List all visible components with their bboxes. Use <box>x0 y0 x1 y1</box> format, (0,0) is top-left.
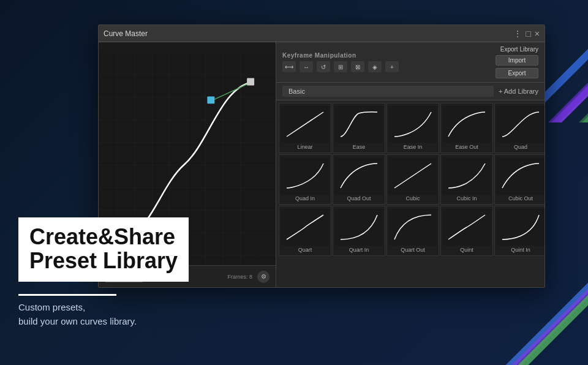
svg-rect-14 <box>281 157 330 194</box>
svg-rect-23 <box>496 209 545 246</box>
add-library-button[interactable]: + Add Library <box>499 88 538 95</box>
kf-icon-6[interactable]: ◈ <box>368 61 382 72</box>
preset-label-quad-out: Quad Out <box>347 195 371 201</box>
import-button[interactable]: Import <box>496 55 538 66</box>
preset-label-quart-in: Quart In <box>349 247 369 253</box>
preset-cubic[interactable]: Cubic <box>386 154 439 205</box>
preset-quad-out[interactable]: Quad Out <box>333 154 385 205</box>
keyframe-title: Keyframe Manipulation <box>282 52 399 59</box>
titlebar: Curve Master ⋮ □ × <box>99 25 545 42</box>
preset-cubic-in[interactable]: Cubic In <box>440 154 493 205</box>
right-panel: Keyframe Manipulation ⟷ ↔ ↺ ⊞ ⊠ ◈ + Expo… <box>276 42 545 287</box>
library-bar: Basic + Add Library <box>276 83 545 100</box>
svg-rect-10 <box>334 106 383 143</box>
preset-quart-out[interactable]: Quart Out <box>386 206 439 256</box>
preset-linear[interactable]: Linear <box>279 103 331 153</box>
preset-quint[interactable]: Quint <box>440 206 493 256</box>
kf-icon-3[interactable]: ↺ <box>317 61 330 72</box>
kf-icon-2[interactable]: ↔ <box>300 61 313 72</box>
preset-label-linear: Linear <box>297 144 312 150</box>
preset-ease[interactable]: Ease <box>333 103 385 153</box>
preset-label-quint: Quint <box>460 247 473 253</box>
preset-label-quint-in: Quint In <box>511 247 530 253</box>
svg-rect-18 <box>496 157 545 194</box>
preset-label-quart-out: Quart Out <box>401 247 425 253</box>
preset-label-ease: Ease <box>353 144 366 150</box>
window-title: Curve Master <box>104 29 148 38</box>
keyframe-icons: ⟷ ↔ ↺ ⊞ ⊠ ◈ + <box>282 61 399 72</box>
svg-rect-13 <box>496 106 545 143</box>
svg-rect-17 <box>442 157 491 194</box>
kf-icon-1[interactable]: ⟷ <box>282 61 296 72</box>
svg-rect-12 <box>442 106 491 143</box>
preset-quad-in[interactable]: Quad In <box>279 154 331 205</box>
preset-quart-in[interactable]: Quart In <box>333 206 385 256</box>
preset-label-quart: Quart <box>298 247 312 253</box>
headline-block: Create&Share Preset Library <box>18 217 189 282</box>
library-name: Basic <box>282 86 494 97</box>
menu-icon[interactable]: ⋮ <box>513 29 522 38</box>
divider-line <box>18 294 116 296</box>
preset-quint-in[interactable]: Quint In <box>494 206 545 256</box>
preset-quad[interactable]: Quad <box>494 103 545 153</box>
preset-label-ease-out: Ease Out <box>455 144 478 150</box>
preset-label-cubic-out: Cubic Out <box>508 195 533 201</box>
preset-label-quad: Quad <box>514 144 527 150</box>
settings-gear-icon[interactable]: ⚙ <box>257 271 270 283</box>
kf-icon-5[interactable]: ⊠ <box>351 61 364 72</box>
svg-rect-11 <box>388 106 437 143</box>
close-icon[interactable]: × <box>535 29 540 38</box>
svg-rect-21 <box>388 209 437 246</box>
headline-line1: Create&Share <box>29 225 178 249</box>
kf-icon-7[interactable]: + <box>385 61 399 72</box>
preset-label-ease-in: Ease In <box>404 144 423 150</box>
frames-label: Frames: 8 <box>227 274 252 280</box>
preset-label-cubic: Cubic <box>405 195 420 201</box>
svg-rect-20 <box>334 209 383 246</box>
presets-grid: Linear Ease Ease In <box>276 100 545 287</box>
export-library-label: Export Library <box>500 46 538 53</box>
preset-ease-in[interactable]: Ease In <box>386 103 439 153</box>
window-controls: ⋮ □ × <box>513 29 540 38</box>
keyframe-bar: Keyframe Manipulation ⟷ ↔ ↺ ⊞ ⊠ ◈ + Expo… <box>276 42 545 83</box>
maximize-icon[interactable]: □ <box>526 29 530 38</box>
left-text-section: Create&Share Preset Library Custom prese… <box>18 217 189 328</box>
preset-ease-out[interactable]: Ease Out <box>440 103 493 153</box>
svg-rect-15 <box>334 157 383 194</box>
preset-quart[interactable]: Quart <box>279 206 331 256</box>
preset-cubic-out[interactable]: Cubic Out <box>494 154 545 205</box>
subtext: Custom presets,build your own curves lib… <box>18 301 189 328</box>
kf-icon-4[interactable]: ⊞ <box>334 61 347 72</box>
headline-line2: Preset Library <box>29 249 178 273</box>
preset-label-quad-in: Quad In <box>295 195 315 201</box>
export-library-section: Export Library Import Export <box>496 46 538 78</box>
svg-rect-6 <box>207 96 214 103</box>
preset-label-cubic-in: Cubic In <box>456 195 477 201</box>
svg-rect-7 <box>247 78 254 85</box>
export-button[interactable]: Export <box>496 68 538 78</box>
